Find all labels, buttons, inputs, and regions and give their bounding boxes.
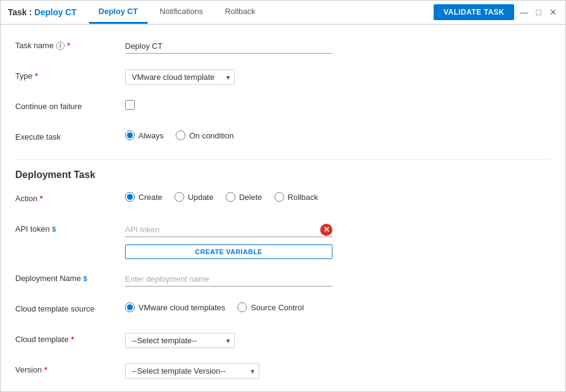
type-row: Type * VMware cloud template [15,68,551,87]
execute-task-control: Always On condition [125,129,551,140]
action-rollback-label: Rollback [288,193,318,202]
action-update-radio[interactable] [174,192,184,202]
tab-bar-actions: VALIDATE TASK — □ ✕ [434,4,558,20]
execute-always-label: Always [138,131,163,140]
tab-rollback[interactable]: Rollback [215,1,265,24]
api-token-label: API token $ [15,221,125,233]
api-token-control: ✕ CREATE VARIABLE [125,221,551,259]
api-token-variable-icon: $ [52,226,56,233]
task-name-control [125,37,551,54]
action-delete-radio[interactable] [226,192,235,202]
version-required: * [44,365,47,374]
task-window: Task : Deploy CT Deploy CT Notifications… [0,0,566,392]
cloud-template-row: Cloud template * --Select template-- [15,331,551,351]
task-name-info-icon[interactable]: ℹ [56,41,65,50]
version-row: Version * --Select template Version-- [15,362,551,381]
deployment-task-heading: Deployment Task [15,169,551,180]
deployment-name-variable-icon: $ [84,275,87,282]
type-label: Type * [15,68,125,80]
api-token-input[interactable] [125,223,317,237]
cloud-template-source-row: Cloud template source VMware cloud templ… [15,301,551,320]
type-required: * [35,71,38,80]
window-title: Task : Deploy CT [8,1,77,23]
execute-task-label: Execute task [15,129,125,141]
tab-bar: Task : Deploy CT Deploy CT Notifications… [1,1,565,25]
task-name-title: Deploy CT [34,7,76,17]
cloud-source-control-radio[interactable] [237,302,247,312]
cloud-template-control: --Select template-- [125,331,551,348]
api-token-error-icon[interactable]: ✕ [320,224,332,236]
version-control: --Select template Version-- [125,362,551,379]
cloud-source-vmware-radio[interactable] [125,302,135,312]
action-delete-label: Delete [239,193,262,202]
cloud-source-control-option[interactable]: Source Control [237,302,304,312]
action-radio-group: Create Update Delete Rollback [125,192,318,202]
version-select-wrapper: --Select template Version-- [125,363,259,379]
action-required: * [40,194,43,203]
execute-on-condition-label: On condition [189,131,234,140]
action-rollback-option[interactable]: Rollback [274,192,318,202]
action-create-option[interactable]: Create [125,192,162,202]
cloud-source-vmware-label: VMware cloud templates [138,303,225,312]
cloud-template-label: Cloud template * [15,331,125,344]
action-update-option[interactable]: Update [174,192,213,202]
tab-deploy-ct[interactable]: Deploy CT [89,1,148,24]
action-control: Create Update Delete Rollback [125,190,551,202]
execute-on-condition-radio[interactable] [176,130,185,140]
action-delete-option[interactable]: Delete [226,192,262,202]
task-name-input[interactable] [125,39,332,54]
type-control: VMware cloud template [125,68,551,85]
cloud-template-source-label: Cloud template source [15,301,125,313]
cloud-source-control-label: Source Control [251,303,304,312]
task-name-row: Task name ℹ * [15,37,551,57]
deployment-name-label: Deployment Name $ [15,270,125,283]
create-variable-button[interactable]: CREATE VARIABLE [125,244,332,259]
execute-on-condition-option[interactable]: On condition [176,130,234,140]
cloud-source-radio-group: VMware cloud templates Source Control [125,302,304,312]
cloud-template-select[interactable]: --Select template-- [125,333,235,348]
action-create-label: Create [138,193,162,202]
version-label: Version * [15,362,125,374]
type-select-wrapper: VMware cloud template [125,69,235,85]
task-name-required: * [67,41,70,50]
deployment-name-row: Deployment Name $ [15,270,551,290]
cloud-template-select-wrapper: --Select template-- [125,333,235,348]
execute-task-radio-group: Always On condition [125,130,234,140]
action-update-label: Update [188,193,213,202]
tab-notifications[interactable]: Notifications [150,1,213,24]
execute-always-radio[interactable] [125,130,135,140]
deployment-name-control [125,270,551,287]
continue-on-failure-row: Continue on failure [15,98,551,118]
api-token-field-group: ✕ CREATE VARIABLE [125,223,332,259]
api-token-wrapper: ✕ [125,223,332,237]
api-token-row: API token $ ✕ CREATE VARIABLE [15,221,551,259]
execute-always-option[interactable]: Always [125,130,163,140]
form-content: Task name ℹ * Type * VMware cloud templa… [1,25,565,391]
continue-on-failure-label: Continue on failure [15,98,125,111]
version-select[interactable]: --Select template Version-- [125,363,259,379]
minimize-button[interactable]: — [519,7,529,17]
cloud-template-source-control: VMware cloud templates Source Control [125,301,551,312]
action-create-radio[interactable] [125,192,135,202]
cloud-template-required: * [71,335,74,344]
type-select[interactable]: VMware cloud template [125,69,235,85]
close-button[interactable]: ✕ [548,7,558,17]
action-row: Action * Create Update Delete [15,190,551,210]
section-divider-1 [15,159,551,160]
validate-task-button[interactable]: VALIDATE TASK [434,4,514,20]
execute-task-row: Execute task Always On condition [15,129,551,148]
deployment-name-input[interactable] [125,272,332,287]
task-name-label: Task name ℹ * [15,37,125,50]
cloud-source-vmware-option[interactable]: VMware cloud templates [125,302,225,312]
restore-button[interactable]: □ [534,7,543,17]
action-label: Action * [15,190,125,203]
continue-on-failure-checkbox[interactable] [125,100,135,110]
action-rollback-radio[interactable] [274,192,284,202]
continue-on-failure-control [125,98,551,110]
